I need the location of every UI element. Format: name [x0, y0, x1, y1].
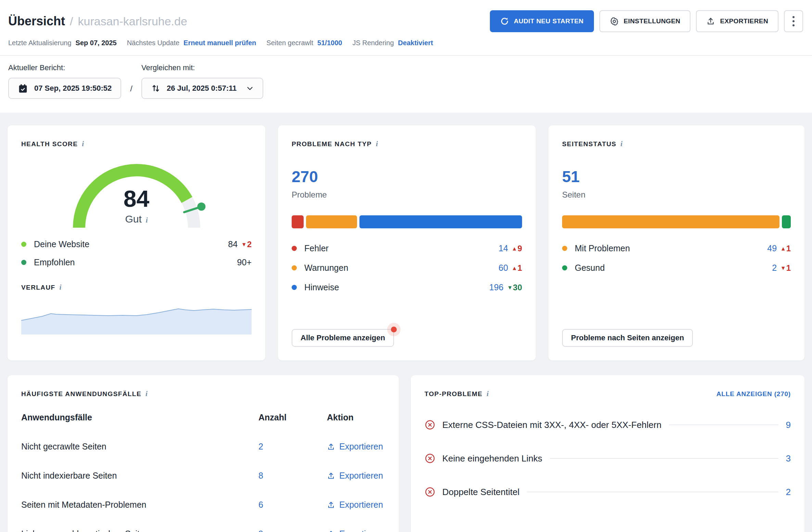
show-all-issues-button[interactable]: Alle Probleme anzeigen: [292, 329, 394, 347]
delta-down-badge: 1: [782, 263, 791, 273]
use-cases-title: HÄUFIGSTE ANWENDUNGSFÄLLE: [21, 390, 141, 398]
triangle-down-icon: [508, 284, 512, 291]
export-icon: [327, 501, 335, 509]
delta-up-badge: 1: [782, 244, 791, 253]
compare-report-dropdown[interactable]: 26 Jul, 2025 0:57:11: [141, 78, 263, 99]
use-case-name: Nicht gecrawlte Seiten: [21, 442, 258, 452]
issue-count-link[interactable]: 9: [786, 420, 791, 430]
errors-count-link[interactable]: 14: [498, 243, 508, 253]
health-score-rating: Gut: [65, 213, 208, 225]
leader-line: [527, 492, 778, 492]
info-icon[interactable]: [146, 216, 148, 225]
errors-bar-segment[interactable]: [292, 215, 304, 228]
use-case-name: Links von problematischen Seiten: [21, 529, 258, 532]
export-row-link[interactable]: Exportieren: [327, 500, 385, 510]
export-row-link[interactable]: Exportieren: [327, 442, 385, 452]
export-button[interactable]: EXPORTIEREN: [696, 10, 778, 32]
restart-audit-button[interactable]: AUDIT NEU STARTEN: [490, 10, 594, 32]
top-issues-title: TOP-PROBLEME: [424, 390, 483, 398]
page-status-card: SEITENSTATUS 51 Seiten Mit Problemen 49: [548, 125, 804, 360]
warnings-count-link[interactable]: 60: [498, 263, 508, 273]
info-icon[interactable]: [82, 140, 84, 148]
settings-button[interactable]: EINSTELLUNGEN: [599, 10, 691, 32]
pages-with-issues-bar-segment[interactable]: [562, 215, 779, 228]
delta-down-badge: 30: [508, 283, 522, 292]
last-update-meta: Letzte Aktualisierung Sep 07, 2025: [8, 39, 117, 47]
issue-count-link[interactable]: 3: [786, 453, 791, 464]
js-rendering-link[interactable]: Deaktiviert: [398, 39, 433, 47]
show-all-issues-link[interactable]: ALLE ANZEIGEN (270): [716, 390, 791, 398]
triangle-up-icon: [513, 245, 516, 252]
info-icon[interactable]: [60, 283, 62, 292]
health-score-title: HEALTH SCORE: [21, 140, 78, 148]
swap-vertical-icon: [151, 84, 161, 93]
top-issues-card: TOP-PROBLEME ALLE ANZEIGEN (270) Externe…: [411, 375, 804, 532]
export-row-link[interactable]: Exportieren: [327, 529, 385, 532]
pages-with-issues-count-link[interactable]: 49: [767, 243, 777, 253]
notices-count-link[interactable]: 196: [489, 282, 504, 292]
use-case-count-link[interactable]: 8: [258, 471, 327, 481]
health-score-gauge: 84 Gut: [65, 156, 208, 234]
pages-crawled-link[interactable]: 51/1000: [317, 39, 342, 47]
issue-name[interactable]: Externe CSS-Dateien mit 3XX-, 4XX- oder …: [442, 420, 661, 430]
info-icon[interactable]: [487, 390, 489, 398]
header-actions: AUDIT NEU STARTEN EINSTELLUNGEN: [490, 10, 803, 32]
dashboard-content: HEALTH SCORE 84 Gut: [0, 113, 812, 532]
history-title: VERLAUF: [21, 284, 55, 291]
top-issues-list: Externe CSS-Dateien mit 3XX-, 4XX- oder …: [424, 419, 791, 520]
issues-breakdown-list: Fehler 14 9 Warnungen 60: [292, 243, 522, 302]
refresh-icon: [500, 17, 509, 26]
orange-dot-icon: [292, 265, 297, 270]
error-circle-icon: [424, 419, 435, 430]
healthy-pages-count-link[interactable]: 2: [772, 263, 777, 273]
issues-by-type-title: PROBLEME NACH TYP: [292, 140, 372, 148]
blue-dot-icon: [292, 285, 297, 290]
pages-crawled-meta: Seiten gecrawlt 51/1000: [266, 39, 342, 47]
pages-with-issues-row: Mit Problemen 49 1: [562, 243, 791, 253]
js-rendering-meta: JS Rendering Deaktiviert: [352, 39, 433, 47]
issue-name[interactable]: Keine eingehenden Links: [442, 453, 542, 464]
notices-row: Hinweise 196 30: [292, 282, 522, 292]
healthy-pages-bar-segment[interactable]: [782, 215, 791, 228]
breadcrumb-separator: /: [70, 15, 73, 28]
triangle-up-icon: [513, 265, 516, 271]
export-row-link[interactable]: Exportieren: [327, 471, 385, 481]
notices-bar-segment[interactable]: [359, 215, 522, 228]
top-use-cases-card: HÄUFIGSTE ANWENDUNGSFÄLLE Anwendungsfäll…: [8, 375, 399, 532]
issue-name[interactable]: Doppelte Seitentitel: [442, 487, 519, 497]
current-report-date-picker[interactable]: 07 Sep, 2025 19:50:52: [8, 78, 121, 99]
orange-dot-icon: [562, 246, 567, 251]
list-item: Keine eingehenden Links 3: [424, 453, 791, 464]
legend-item-your-website: Deine Website 84 2: [21, 239, 252, 249]
health-score-value: 84: [65, 185, 208, 212]
chevron-down-icon: [246, 85, 254, 92]
issue-count-link[interactable]: 2: [786, 487, 791, 497]
breadcrumb: Übersicht / kurasan-karlsruhe.de: [8, 14, 187, 28]
list-item: Externe CSS-Dateien mit 3XX-, 4XX- oder …: [424, 419, 791, 430]
table-row: Links von problematischen Seiten 9 Expor…: [21, 529, 385, 532]
use-case-count-link[interactable]: 6: [258, 500, 327, 510]
error-circle-icon: [424, 453, 435, 464]
triangle-down-icon: [242, 241, 246, 248]
table-row: Nicht gecrawlte Seiten 2 Exportieren: [21, 442, 385, 452]
issues-by-pages-button[interactable]: Probleme nach Seiten anzeigen: [562, 329, 693, 347]
gear-icon: [610, 17, 619, 26]
report-selector-bar: Aktueller Bericht: 07 Sep, 2025 19:50:52…: [0, 56, 812, 113]
current-report-group: Aktueller Bericht: 07 Sep, 2025 19:50:52: [8, 63, 121, 99]
total-pages-count[interactable]: 51: [562, 167, 791, 186]
info-icon[interactable]: [145, 390, 148, 398]
info-icon[interactable]: [376, 140, 378, 148]
total-issues-count[interactable]: 270: [292, 167, 522, 186]
audit-meta-row: Letzte Aktualisierung Sep 07, 2025 Nächs…: [0, 32, 812, 55]
use-case-count-link[interactable]: 9: [258, 529, 327, 532]
use-case-count-link[interactable]: 2: [258, 442, 327, 452]
more-options-button[interactable]: [784, 10, 803, 32]
triangle-down-icon: [782, 265, 785, 271]
info-icon[interactable]: [621, 140, 623, 148]
health-score-history-chart: [21, 299, 252, 334]
red-dot-icon: [292, 246, 297, 251]
manual-recheck-link[interactable]: Erneut manuell prüfen: [183, 39, 256, 47]
dark-green-dot-icon: [21, 260, 26, 265]
warnings-bar-segment[interactable]: [306, 215, 357, 228]
page-status-list: Mit Problemen 49 1 Gesund 2: [562, 243, 791, 282]
